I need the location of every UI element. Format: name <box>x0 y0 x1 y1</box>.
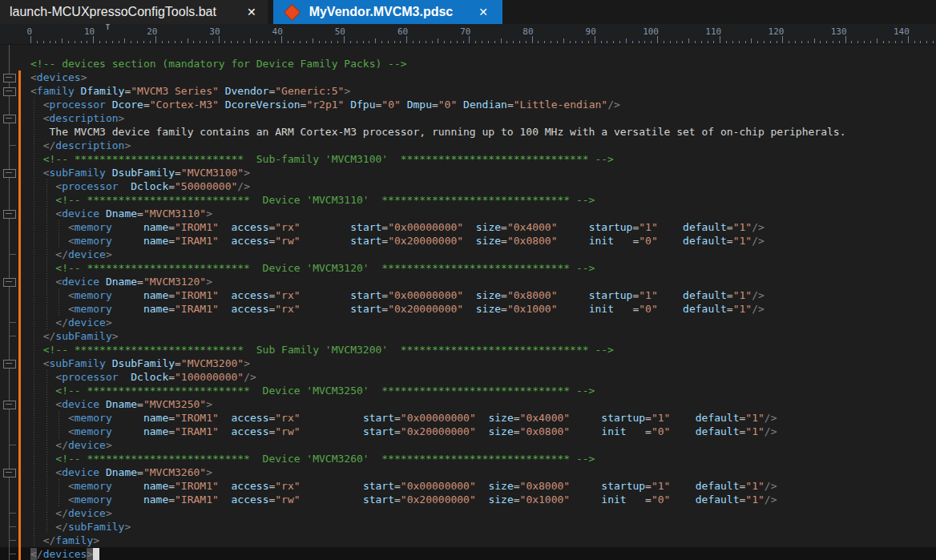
code-line[interactable]: </device> <box>0 316 936 329</box>
ruler-number: 110 <box>705 26 721 37</box>
ruler-tick <box>826 41 827 43</box>
code-line[interactable]: <device Dname="MVCM3120"> <box>0 275 936 288</box>
fold-toggle-icon[interactable] <box>3 210 16 219</box>
ruler-tick <box>713 41 714 43</box>
code-line[interactable]: <devices> <box>0 71 936 84</box>
fold-toggle-icon[interactable] <box>3 278 16 287</box>
code-line[interactable]: <memory name="IROM1" access="rx" start="… <box>0 479 936 493</box>
ruler-tick <box>482 41 482 43</box>
code-line[interactable]: <!-- *************************** Sub-fam… <box>0 152 936 166</box>
ruler-tick <box>494 41 495 43</box>
fold-toggle-icon[interactable] <box>3 360 16 369</box>
ruler-tick <box>50 41 50 43</box>
code-line[interactable]: <family Dfamily="MVCM3 Series" Dvendor="… <box>0 84 936 98</box>
code-line[interactable]: </device> <box>0 506 936 520</box>
ruler-tick <box>224 41 225 43</box>
ruler-tick <box>344 36 345 43</box>
code-line[interactable]: The MVCM3 device family contains an ARM … <box>0 125 936 139</box>
code-line[interactable]: <subFamily DsubFamily="MVCM3100"> <box>0 166 936 179</box>
ruler-tick <box>124 38 125 43</box>
ruler-tick <box>369 41 369 43</box>
ruler-tick <box>288 41 288 43</box>
code-line[interactable]: <subFamily DsubFamily="MVCM3200"> <box>0 357 936 370</box>
code-editor[interactable]: <!-- devices section (mandatory for Devi… <box>0 45 936 560</box>
ruler-tick <box>513 41 514 43</box>
fold-toggle-icon[interactable] <box>3 115 16 123</box>
code-line[interactable]: </description> <box>0 139 936 152</box>
code-line[interactable]: <processor Dclock="100000000"/> <box>0 370 936 384</box>
code-line[interactable]: <description> <box>0 111 936 125</box>
fold-toggle-icon[interactable] <box>3 401 16 409</box>
code-line[interactable]: <processor Dcore="Cortex-M3" DcoreVersio… <box>0 98 936 111</box>
ruler-tick <box>155 36 156 43</box>
ruler-tick <box>526 41 526 43</box>
ruler-tick <box>212 41 213 43</box>
ruler-tick <box>457 41 458 43</box>
fold-toggle-icon[interactable] <box>3 469 16 477</box>
code-line[interactable]: <memory name="IRAM1" access="rx" start="… <box>0 302 936 316</box>
ruler-number: 50 <box>335 26 345 37</box>
ruler-tick <box>106 41 107 43</box>
ruler-number: 130 <box>831 26 847 37</box>
tab-pdsc[interactable]: MyVendor.MVCM3.pdsc ✕ <box>273 0 502 24</box>
code-line[interactable]: <!-- ************************** Device '… <box>0 452 936 465</box>
code-line[interactable]: <memory name="IRAM1" access="rw" start="… <box>0 493 936 506</box>
ruler-tick <box>933 41 934 43</box>
close-icon[interactable]: ✕ <box>477 6 490 18</box>
code-line[interactable]: <!-- *************************** Sub Fam… <box>0 343 936 357</box>
code-line[interactable]: <device Dname="MVCM3260"> <box>0 465 936 479</box>
ruler-number: 140 <box>894 26 910 37</box>
ruler-tick <box>168 41 169 43</box>
fold-toggle-icon[interactable] <box>3 169 16 178</box>
close-icon[interactable]: ✕ <box>245 6 258 18</box>
ruler-tick <box>688 38 689 43</box>
ruler-tick <box>902 41 902 43</box>
ruler-tick <box>55 41 56 43</box>
ruler-tick <box>488 41 489 43</box>
ruler-tick <box>575 41 576 43</box>
ruler-tick <box>475 41 476 43</box>
fold-toggle-icon[interactable] <box>3 87 16 96</box>
code-line[interactable]: <memory name="IROM1" access="rx" start="… <box>0 220 936 234</box>
ruler-number: 0 <box>26 26 32 37</box>
fold-toggle-icon[interactable] <box>3 74 16 83</box>
ruler-number: 40 <box>272 26 283 37</box>
code-line[interactable]: <!-- ************************** Device '… <box>0 193 936 207</box>
ruler-tick <box>363 41 364 43</box>
ruler-tick <box>87 41 87 43</box>
code-line[interactable]: <!-- ************************** Device '… <box>0 384 936 397</box>
code-line[interactable]: <processor Dclock="50000000"/> <box>0 179 936 193</box>
ruler-tick <box>682 41 683 43</box>
text-cursor <box>93 548 99 560</box>
code-line[interactable]: <memory name="IROM1" access="rx" start="… <box>0 411 936 425</box>
code-line[interactable]: </subFamily> <box>0 329 936 343</box>
code-area[interactable]: <!-- devices section (mandatory for Devi… <box>0 45 936 560</box>
code-line[interactable]: </subFamily> <box>0 520 936 534</box>
ruler-tick <box>93 36 94 43</box>
code-line[interactable]: </device> <box>0 248 936 261</box>
change-bar <box>18 71 21 560</box>
tab-launch-bat[interactable]: launch-MCUXpressoConfigTools.bat ✕ <box>0 0 268 24</box>
ruler-tick <box>782 36 783 43</box>
code-line[interactable]: <!-- ************************** Device '… <box>0 261 936 275</box>
ruler-tick <box>701 41 702 43</box>
code-line[interactable]: <memory name="IRAM1" access="rw" start="… <box>0 234 936 248</box>
fold-end-marker <box>10 554 16 554</box>
code-line[interactable]: <memory name="IRAM1" access="rw" start="… <box>0 425 936 438</box>
ruler-tick <box>851 41 852 43</box>
ruler-tick <box>532 36 533 43</box>
code-line[interactable]: <device Dname="MVCM3110"> <box>0 207 936 220</box>
code-line[interactable]: </device> <box>0 438 936 452</box>
fold-end-marker <box>10 445 16 445</box>
code-line[interactable]: <!-- devices section (mandatory for Devi… <box>0 57 936 71</box>
ruler-tick <box>143 41 144 43</box>
code-line[interactable]: </family> <box>0 534 936 547</box>
ruler-tick <box>268 41 269 43</box>
ruler-tick <box>275 41 276 43</box>
code-line[interactable]: </devices> <box>0 547 936 560</box>
code-line[interactable]: <memory name="IROM1" access="rx" start="… <box>0 288 936 302</box>
code-line[interactable]: <device Dname="MVCM3250"> <box>0 397 936 411</box>
ruler-tick <box>413 41 414 43</box>
ruler-tick <box>162 41 163 43</box>
ruler-tick <box>188 38 188 43</box>
